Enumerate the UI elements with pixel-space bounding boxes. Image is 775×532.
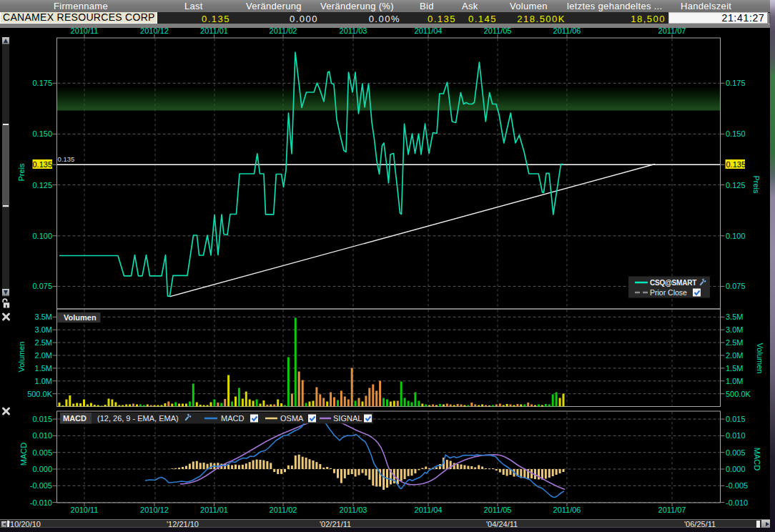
svg-text:2011/05: 2011/05: [484, 506, 512, 514]
svg-text:2011/04: 2011/04: [415, 506, 443, 514]
svg-text:Preis: Preis: [17, 163, 26, 182]
svg-text:Prior Close: Prior Close: [650, 288, 687, 297]
svg-text:Preis: Preis: [752, 175, 761, 194]
svg-text:0.175: 0.175: [726, 79, 746, 87]
svg-text:3.0M: 3.0M: [726, 325, 743, 334]
svg-text:0.135: 0.135: [32, 160, 52, 169]
svg-text:Volumen: Volumen: [64, 313, 97, 322]
svg-text:MACD: MACD: [63, 414, 87, 423]
svg-text:2.5M: 2.5M: [35, 338, 52, 347]
svg-text:2011/03: 2011/03: [340, 506, 367, 514]
svg-text:1.5M: 1.5M: [35, 364, 52, 373]
svg-text:0.135: 0.135: [726, 160, 746, 169]
svg-text:(12, 26, 9 - EMA, EMA): (12, 26, 9 - EMA, EMA): [97, 414, 179, 423]
svg-text:0.175: 0.175: [32, 79, 52, 87]
svg-text:-0.010: -0.010: [726, 498, 748, 507]
svg-text:500.0K: 500.0K: [27, 390, 53, 398]
svg-text:MACD: MACD: [221, 414, 244, 423]
svg-text:1.5M: 1.5M: [726, 364, 743, 373]
svg-text:0.010: 0.010: [726, 431, 746, 440]
svg-text:Volumen: Volumen: [17, 342, 26, 373]
svg-text:0.125: 0.125: [726, 181, 746, 189]
svg-text:500.0K: 500.0K: [726, 390, 751, 398]
svg-text:Volumen: Volumen: [756, 343, 764, 374]
svg-text:0.075: 0.075: [726, 282, 746, 290]
svg-text:2011/06: 2011/06: [553, 506, 581, 514]
svg-text:0.135: 0.135: [58, 155, 75, 163]
svg-text:0.150: 0.150: [726, 129, 746, 138]
svg-text:MACD: MACD: [753, 448, 761, 471]
svg-text:2011/07: 2011/07: [658, 506, 686, 514]
svg-text:2011/01: 2011/01: [200, 506, 228, 514]
svg-text:2.0M: 2.0M: [726, 351, 743, 360]
svg-text:SIGNAL: SIGNAL: [333, 414, 362, 423]
svg-text:0.015: 0.015: [726, 415, 746, 423]
svg-text:2010/11: 2010/11: [71, 506, 99, 514]
svg-text:0.005: 0.005: [726, 448, 746, 457]
svg-text:1.0M: 1.0M: [35, 377, 52, 385]
svg-text:0.005: 0.005: [32, 448, 52, 457]
svg-text:-0.010: -0.010: [30, 498, 52, 507]
svg-text:3.5M: 3.5M: [35, 312, 52, 321]
svg-text:-0.005: -0.005: [30, 481, 52, 490]
svg-text:0.000: 0.000: [726, 465, 746, 473]
svg-text:0.100: 0.100: [32, 232, 52, 240]
svg-text:0.015: 0.015: [32, 415, 52, 423]
svg-text:3.0M: 3.0M: [35, 325, 52, 334]
svg-text:MACD: MACD: [19, 443, 28, 466]
svg-text:0.000: 0.000: [32, 465, 52, 473]
svg-text:0.125: 0.125: [32, 181, 52, 189]
svg-text:2010/12: 2010/12: [140, 506, 169, 514]
svg-text:2011/02: 2011/02: [270, 506, 297, 514]
svg-text:1.0M: 1.0M: [726, 377, 743, 385]
svg-text:2.5M: 2.5M: [726, 338, 743, 347]
svg-text:3.5M: 3.5M: [726, 312, 743, 321]
svg-text:-0.005: -0.005: [726, 481, 748, 490]
svg-text:0.100: 0.100: [726, 232, 746, 240]
svg-text:2.0M: 2.0M: [35, 351, 52, 360]
svg-text:0.075: 0.075: [32, 282, 52, 290]
svg-text:OSMA: OSMA: [280, 414, 304, 423]
svg-text:CSQ@SMART: CSQ@SMART: [650, 279, 696, 287]
svg-text:0.010: 0.010: [32, 431, 52, 440]
svg-text:0.150: 0.150: [32, 129, 52, 138]
